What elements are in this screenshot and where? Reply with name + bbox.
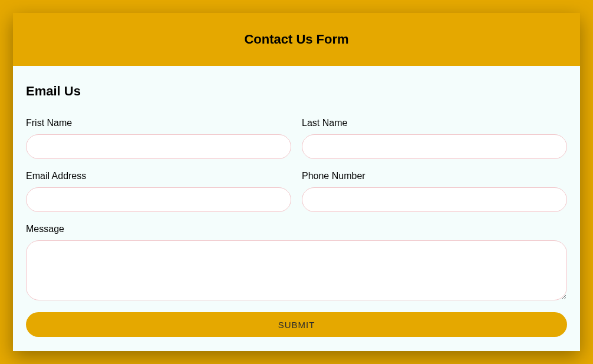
first-name-input[interactable] (26, 134, 291, 159)
phone-label: Phone Number (302, 171, 567, 181)
col-email: Email Address (26, 171, 291, 212)
message-label: Message (26, 224, 567, 234)
last-name-input[interactable] (302, 134, 567, 159)
page-title: Contact Us Form (13, 32, 580, 47)
row-contact: Email Address Phone Number (26, 171, 567, 212)
col-last-name: Last Name (302, 118, 567, 159)
contact-card: Contact Us Form Email Us Frist Name Last… (13, 13, 580, 351)
col-message: Message (26, 224, 567, 300)
phone-input[interactable] (302, 187, 567, 212)
last-name-label: Last Name (302, 118, 567, 128)
email-label: Email Address (26, 171, 291, 181)
first-name-label: Frist Name (26, 118, 291, 128)
submit-button[interactable]: SUBMIT (26, 312, 567, 337)
row-name: Frist Name Last Name (26, 118, 567, 159)
col-phone: Phone Number (302, 171, 567, 212)
card-header: Contact Us Form (13, 13, 580, 66)
col-first-name: Frist Name (26, 118, 291, 159)
email-input[interactable] (26, 187, 291, 212)
message-textarea[interactable] (26, 240, 567, 300)
card-body: Email Us Frist Name Last Name Email Addr… (13, 66, 580, 351)
section-title: Email Us (26, 84, 567, 99)
